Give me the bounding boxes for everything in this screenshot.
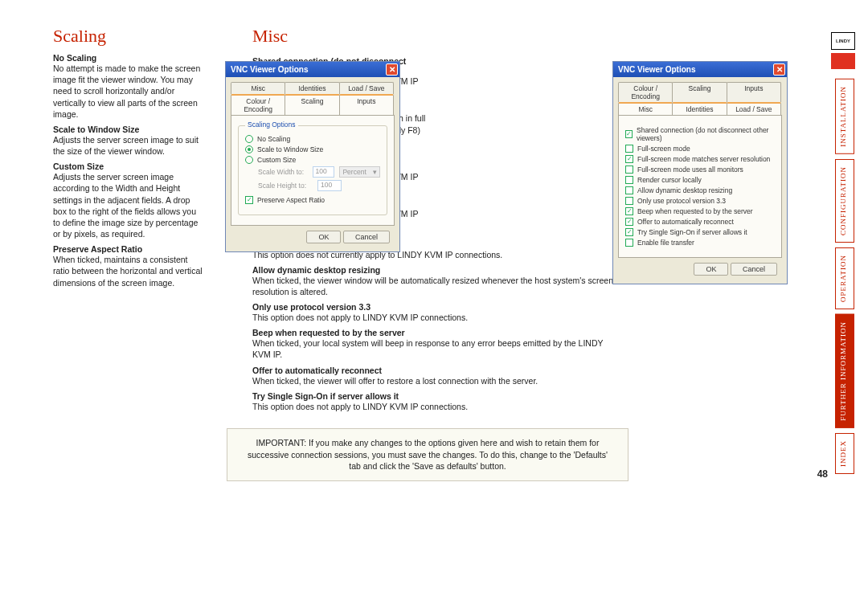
checkbox[interactable] bbox=[625, 218, 633, 226]
close-icon[interactable]: ✕ bbox=[386, 63, 398, 76]
item-body: When ticked, the viewer window will be a… bbox=[252, 275, 622, 297]
radio-scalewindow[interactable] bbox=[245, 145, 253, 153]
check-label: Offer to automatically reconnect bbox=[637, 218, 734, 226]
checkbox[interactable] bbox=[625, 176, 633, 184]
nav-item[interactable]: INSTALLATION bbox=[835, 79, 854, 154]
unit-select[interactable]: Percent▾ bbox=[339, 166, 380, 178]
check-label: Full-screen mode bbox=[637, 145, 690, 153]
checkbox[interactable] bbox=[625, 186, 633, 194]
radio-custom[interactable] bbox=[245, 156, 253, 164]
checkbox[interactable] bbox=[625, 130, 633, 138]
nav-item[interactable]: OPERATION bbox=[835, 247, 854, 309]
scaling-heading: Scaling bbox=[53, 26, 204, 47]
check-label: Shared connection (do not disconnect oth… bbox=[637, 126, 775, 142]
checkbox[interactable] bbox=[625, 155, 633, 163]
tab-loadsave[interactable]: Load / Save bbox=[727, 102, 781, 115]
check-label: Try Single Sign-On if server allows it bbox=[637, 228, 747, 236]
dialog-title: VNC Viewer Options bbox=[618, 65, 696, 74]
lindy-logo: LINDY bbox=[831, 32, 855, 50]
misc-wide-list: Render cursor locallyThis option does no… bbox=[252, 239, 622, 412]
item-body: This option does not apply to LINDY KVM … bbox=[252, 401, 622, 412]
vnc-options-scaling-dialog: VNC Viewer Options ✕ Misc Identities Loa… bbox=[225, 61, 400, 252]
radio-noscaling[interactable] bbox=[245, 135, 253, 143]
dialog-title: VNC Viewer Options bbox=[231, 65, 309, 74]
item-title: Allow dynamic desktop resizing bbox=[252, 265, 622, 275]
tab-scaling[interactable]: Scaling bbox=[285, 94, 339, 115]
item-title: Only use protocol version 3.3 bbox=[252, 302, 622, 312]
chevron-down-icon: ▾ bbox=[373, 168, 377, 176]
scaling-list: No ScalingNo attempt is made to make the… bbox=[53, 53, 204, 288]
checkbox[interactable] bbox=[625, 166, 633, 174]
important-note: IMPORTANT: If you make any changes to th… bbox=[227, 428, 628, 481]
tab-encoding[interactable]: Colour / Encoding bbox=[618, 82, 673, 102]
item-body: When ticked, your local system will beep… bbox=[252, 337, 622, 360]
ok-button[interactable]: OK bbox=[694, 263, 728, 276]
item-title: No Scaling bbox=[53, 53, 204, 63]
cancel-button[interactable]: Cancel bbox=[731, 263, 777, 276]
tab-scaling[interactable]: Scaling bbox=[672, 82, 727, 102]
item-title: Custom Size bbox=[53, 161, 204, 171]
nav-item[interactable]: INDEX bbox=[835, 433, 854, 474]
check-label: Full-screen mode matches server resoluti… bbox=[637, 155, 770, 163]
item-title: Offer to automatically reconnect bbox=[252, 366, 622, 375]
tab-identities[interactable]: Identities bbox=[285, 82, 339, 94]
item-body: When ticked, the viewer will offer to re… bbox=[252, 375, 622, 386]
checkbox[interactable] bbox=[625, 145, 633, 153]
tab-inputs[interactable]: Inputs bbox=[339, 94, 394, 115]
check-label: Enable file transfer bbox=[637, 239, 694, 247]
item-title: Scale to Window Size bbox=[53, 125, 204, 134]
brand-square bbox=[831, 53, 855, 69]
item-title: Preserve Aspect Ratio bbox=[53, 244, 204, 254]
nav-item[interactable]: FURTHER INFORMATION bbox=[835, 314, 854, 428]
nav-item[interactable]: CONFIGURATION bbox=[835, 159, 854, 243]
tab-identities[interactable]: Identities bbox=[672, 102, 727, 115]
ok-button[interactable]: OK bbox=[306, 231, 341, 243]
cancel-button[interactable]: Cancel bbox=[343, 231, 390, 243]
group-title: Scaling Options bbox=[245, 121, 298, 129]
tab-loadsave[interactable]: Load / Save bbox=[339, 82, 394, 94]
item-body: This option does not apply to LINDY KVM … bbox=[252, 312, 622, 323]
height-input[interactable]: 100 bbox=[317, 180, 342, 191]
check-label: Only use protocol version 3.3 bbox=[637, 197, 726, 205]
tab-inputs[interactable]: Inputs bbox=[727, 82, 781, 102]
preserve-checkbox[interactable] bbox=[245, 196, 253, 204]
item-body: Adjusts the server screen image accordin… bbox=[53, 171, 204, 239]
item-title: Beep when requested to by the server bbox=[252, 328, 622, 337]
check-label: Allow dynamic desktop resizing bbox=[637, 186, 732, 194]
check-label: Beep when requested to by the server bbox=[637, 207, 753, 215]
check-label: Render cursor locally bbox=[637, 176, 702, 184]
checkbox[interactable] bbox=[625, 207, 633, 215]
tab-misc[interactable]: Misc bbox=[231, 82, 285, 94]
checkbox[interactable] bbox=[625, 197, 633, 205]
item-body: When ticked, maintains a consistent rati… bbox=[53, 254, 204, 288]
height-label: Scale Height to: bbox=[258, 182, 313, 190]
misc-heading: Misc bbox=[252, 26, 622, 47]
width-label: Scale Width to: bbox=[258, 168, 308, 176]
vnc-options-misc-dialog: VNC Viewer Options ✕ Colour / Encoding S… bbox=[612, 61, 788, 284]
checkbox[interactable] bbox=[625, 239, 633, 247]
item-body: Adjusts the server screen image to suit … bbox=[53, 134, 204, 157]
tab-encoding[interactable]: Colour / Encoding bbox=[231, 94, 285, 115]
page-number: 48 bbox=[817, 468, 828, 480]
close-icon[interactable]: ✕ bbox=[773, 63, 785, 76]
item-title: Try Single Sign-On if server allows it bbox=[252, 391, 622, 401]
width-input[interactable]: 100 bbox=[313, 166, 335, 178]
check-label: Full-screen mode uses all monitors bbox=[637, 166, 743, 174]
item-body: No attempt is made to make the screen im… bbox=[53, 63, 204, 120]
checkbox[interactable] bbox=[625, 228, 633, 236]
tab-misc[interactable]: Misc bbox=[618, 102, 673, 115]
